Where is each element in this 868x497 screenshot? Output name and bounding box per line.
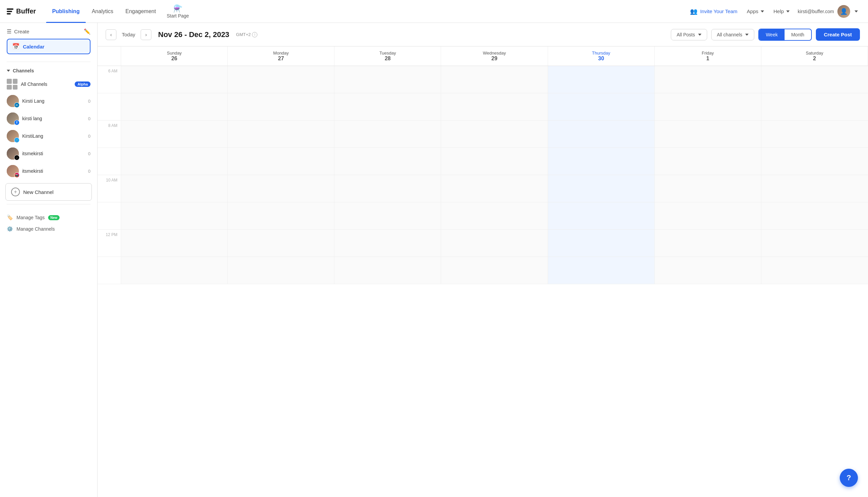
manage-channels-item[interactable]: ⚙️ Manage Channels bbox=[7, 223, 90, 235]
week-view-button[interactable]: Week bbox=[759, 29, 784, 40]
flask-icon: ⚗️ bbox=[173, 4, 182, 13]
cal-cell-sun-1pm[interactable] bbox=[121, 257, 228, 284]
cal-cell-sat-10am[interactable] bbox=[761, 175, 868, 202]
sidebar-item-channel-1[interactable]: f kirsti lang 0 bbox=[0, 110, 97, 127]
nav-engagement[interactable]: Engagement bbox=[119, 0, 162, 23]
sidebar-item-channel-2[interactable]: 🐦 KirstiLang 0 bbox=[0, 127, 97, 145]
cal-cell-sun-9am[interactable] bbox=[121, 148, 228, 175]
manage-tags-item[interactable]: 🏷️ Manage Tags New bbox=[7, 212, 90, 223]
cal-cell-sun-10am[interactable] bbox=[121, 175, 228, 202]
cal-cell-thu-7am[interactable] bbox=[548, 93, 655, 120]
cal-cell-fri-7am[interactable] bbox=[655, 93, 761, 120]
user-chevron-icon bbox=[855, 11, 858, 12]
cal-cell-wed-8am[interactable] bbox=[441, 120, 548, 147]
cal-cell-mon-9am[interactable] bbox=[228, 148, 335, 175]
nav-start-page[interactable]: ⚗️ Start Page bbox=[162, 4, 193, 18]
cal-cell-mon-12pm[interactable] bbox=[228, 230, 335, 257]
all-posts-label: All Posts bbox=[677, 32, 695, 37]
cal-cell-thu-12pm[interactable] bbox=[548, 230, 655, 257]
cal-cell-fri-10am[interactable] bbox=[655, 175, 761, 202]
wand-icon[interactable]: ✏️ bbox=[84, 28, 90, 35]
next-week-button[interactable]: › bbox=[141, 29, 151, 40]
timezone-info-icon[interactable]: i bbox=[252, 32, 258, 37]
cal-cell-mon-1pm[interactable] bbox=[228, 257, 335, 284]
apps-menu[interactable]: Apps bbox=[742, 9, 769, 14]
cal-cell-fri-12pm[interactable] bbox=[655, 230, 761, 257]
cal-cell-tue-9am[interactable] bbox=[335, 148, 441, 175]
view-toggle: Week Month bbox=[758, 29, 811, 41]
all-posts-chevron-icon bbox=[698, 34, 702, 36]
channels-header[interactable]: Channels bbox=[0, 65, 97, 76]
cal-cell-sat-11am[interactable] bbox=[761, 202, 868, 229]
cal-cell-wed-11am[interactable] bbox=[441, 202, 548, 229]
cal-cell-sun-12pm[interactable] bbox=[121, 230, 228, 257]
cal-cell-mon-11am[interactable] bbox=[228, 202, 335, 229]
all-posts-filter[interactable]: All Posts bbox=[671, 29, 707, 40]
channel-avatar-1: f bbox=[7, 112, 19, 125]
cal-cell-thu-6am[interactable] bbox=[548, 66, 655, 93]
help-menu[interactable]: Help bbox=[769, 9, 794, 14]
cal-cell-tue-6am[interactable] bbox=[335, 66, 441, 93]
sidebar-item-channel-0[interactable]: in Kirsti Lang 0 bbox=[0, 92, 97, 110]
cal-cell-tue-8am[interactable] bbox=[335, 120, 441, 147]
cal-cell-thu-11am[interactable] bbox=[548, 202, 655, 229]
channel-name-3: itsmekirsti bbox=[22, 151, 85, 156]
sidebar-item-calendar[interactable]: 📅 Calendar bbox=[7, 39, 90, 54]
cal-cell-fri-11am[interactable] bbox=[655, 202, 761, 229]
channel-count-0: 0 bbox=[88, 99, 90, 104]
cal-cell-tue-11am[interactable] bbox=[335, 202, 441, 229]
sidebar-create-section: ☰ Create ✏️ 📅 Calendar bbox=[0, 23, 97, 58]
cal-cell-tue-12pm[interactable] bbox=[335, 230, 441, 257]
cal-cell-thu-8am[interactable] bbox=[548, 120, 655, 147]
cal-cell-sun-11am[interactable] bbox=[121, 202, 228, 229]
sidebar-item-all-channels[interactable]: All Channels Alpha bbox=[0, 76, 97, 92]
cal-cell-fri-6am[interactable] bbox=[655, 66, 761, 93]
cal-cell-thu-1pm[interactable] bbox=[548, 257, 655, 284]
cal-cell-wed-1pm[interactable] bbox=[441, 257, 548, 284]
cal-cell-sat-1pm[interactable] bbox=[761, 257, 868, 284]
cal-cell-wed-6am[interactable] bbox=[441, 66, 548, 93]
cal-cell-mon-10am[interactable] bbox=[228, 175, 335, 202]
cal-cell-thu-10am[interactable] bbox=[548, 175, 655, 202]
cal-cell-sat-9am[interactable] bbox=[761, 148, 868, 175]
cal-cell-mon-6am[interactable] bbox=[228, 66, 335, 93]
new-channel-button[interactable]: + New Channel bbox=[5, 183, 92, 201]
cal-cell-fri-1pm[interactable] bbox=[655, 257, 761, 284]
cal-cell-tue-7am[interactable] bbox=[335, 93, 441, 120]
cal-cell-fri-9am[interactable] bbox=[655, 148, 761, 175]
cal-cell-fri-8am[interactable] bbox=[655, 120, 761, 147]
cal-cell-mon-7am[interactable] bbox=[228, 93, 335, 120]
cal-cell-sat-6am[interactable] bbox=[761, 66, 868, 93]
all-channels-grid-icon bbox=[7, 79, 17, 89]
nav-analytics[interactable]: Analytics bbox=[86, 0, 119, 23]
buffer-logo[interactable]: Buffer bbox=[7, 8, 36, 15]
cal-cell-wed-7am[interactable] bbox=[441, 93, 548, 120]
cal-cell-sun-6am[interactable] bbox=[121, 66, 228, 93]
today-button[interactable]: Today bbox=[120, 32, 136, 37]
month-view-button[interactable]: Month bbox=[784, 29, 811, 40]
cal-cell-sat-8am[interactable] bbox=[761, 120, 868, 147]
cal-cell-tue-10am[interactable] bbox=[335, 175, 441, 202]
cal-cell-wed-10am[interactable] bbox=[441, 175, 548, 202]
all-channels-filter[interactable]: All channels bbox=[711, 29, 755, 40]
invite-team-button[interactable]: 👥 Invite Your Team bbox=[685, 8, 742, 15]
create-row: ☰ Create ✏️ bbox=[7, 28, 90, 35]
prev-week-button[interactable]: ‹ bbox=[106, 29, 116, 40]
cal-cell-sun-7am[interactable] bbox=[121, 93, 228, 120]
cal-cell-mon-8am[interactable] bbox=[228, 120, 335, 147]
user-menu[interactable]: kirsti@buffer.com 👤 bbox=[794, 5, 861, 18]
help-fab-button[interactable]: ? bbox=[840, 469, 858, 487]
date-range-label: Nov 26 - Dec 2, 2023 bbox=[158, 30, 230, 39]
cal-cell-sat-12pm[interactable] bbox=[761, 230, 868, 257]
sidebar-item-channel-3[interactable]: ♪ itsmekirsti 0 bbox=[0, 145, 97, 162]
cal-cell-wed-9am[interactable] bbox=[441, 148, 548, 175]
cal-cell-wed-12pm[interactable] bbox=[441, 230, 548, 257]
create-post-button[interactable]: Create Post bbox=[816, 28, 860, 41]
cal-cell-tue-1pm[interactable] bbox=[335, 257, 441, 284]
nav-publishing[interactable]: Publishing bbox=[46, 0, 86, 23]
cal-cell-sat-7am[interactable] bbox=[761, 93, 868, 120]
sidebar-item-channel-4[interactable]: 📷 itsmekirsti 0 bbox=[0, 162, 97, 180]
cal-cell-sun-8am[interactable] bbox=[121, 120, 228, 147]
cal-cell-thu-9am[interactable] bbox=[548, 148, 655, 175]
all-channels-label: All Channels bbox=[21, 82, 71, 87]
